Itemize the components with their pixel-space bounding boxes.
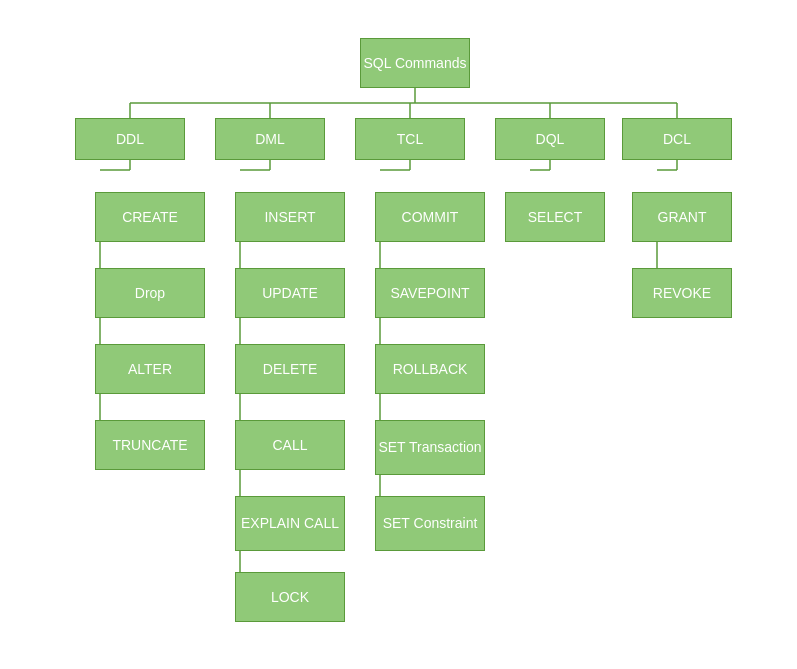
insert-node: INSERT [235,192,345,242]
rollback-node: ROLLBACK [375,344,485,394]
drop-node: Drop [95,268,205,318]
diagram: SQL Commands DDL DML TCL DQL DCL CREATE … [0,0,797,669]
connector-lines [0,0,797,669]
setconstr-node: SET Constraint [375,496,485,551]
lock-node: LOCK [235,572,345,622]
settrans-node: SET Transaction [375,420,485,475]
select-node: SELECT [505,192,605,242]
dml-node: DML [215,118,325,160]
delete-node: DELETE [235,344,345,394]
call-node: CALL [235,420,345,470]
alter-node: ALTER [95,344,205,394]
dcl-node: DCL [622,118,732,160]
create-node: CREATE [95,192,205,242]
grant-node: GRANT [632,192,732,242]
root-node: SQL Commands [360,38,470,88]
revoke-node: REVOKE [632,268,732,318]
ddl-node: DDL [75,118,185,160]
savepoint-node: SAVEPOINT [375,268,485,318]
explaincall-node: EXPLAIN CALL [235,496,345,551]
update-node: UPDATE [235,268,345,318]
tcl-node: TCL [355,118,465,160]
truncate-node: TRUNCATE [95,420,205,470]
commit-node: COMMIT [375,192,485,242]
dql-node: DQL [495,118,605,160]
